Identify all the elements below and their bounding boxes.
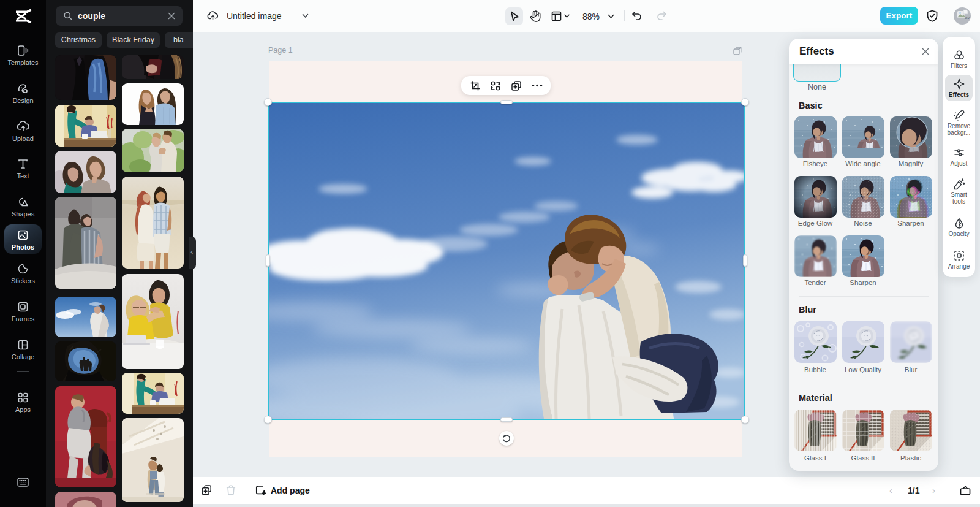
svg-text:av: av [965, 15, 970, 20]
